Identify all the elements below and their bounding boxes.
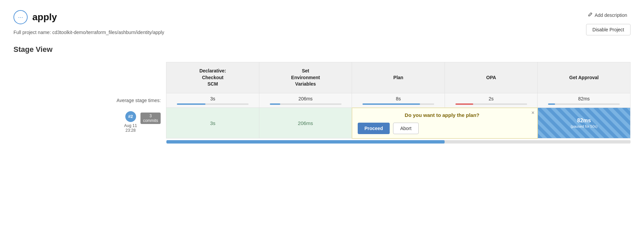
avg-plan-bar — [362, 103, 434, 105]
avg-plan-fill — [362, 103, 420, 105]
build-cell-get-approval[interactable]: 82ms (paused for 50s) — [538, 108, 631, 138]
build-cell-declarative[interactable]: 3s — [166, 108, 259, 138]
avg-set-env-value: 206ms — [298, 96, 313, 101]
pencil-icon — [588, 12, 592, 18]
popup-close-button[interactable]: × — [532, 110, 535, 116]
popup-content: × Do you want to apply the plan? Proceed… — [352, 108, 537, 138]
full-project-name: Full project name: cd3toolkit-demo/terra… — [13, 30, 631, 35]
avg-opa: 2s — [445, 93, 538, 108]
scroll-bar-empty — [13, 138, 166, 145]
average-times-row: Average stage times: 3s 206ms 8s — [13, 93, 631, 108]
header-empty-cell — [13, 62, 166, 93]
popup-actions: Proceed Abort — [358, 123, 532, 134]
stage-col-declarative: Declarative:CheckoutSCM — [166, 62, 259, 93]
avg-get-approval-bar — [548, 103, 620, 105]
build-cell-plan-popup: × Do you want to apply the plan? Proceed… — [352, 108, 538, 138]
build-declarative-value: 3s — [210, 120, 216, 126]
build-label-cell: #2 Aug 1123:28 3commits — [13, 108, 166, 138]
scroll-bar-cell[interactable] — [166, 138, 631, 145]
project-icon: ··· — [13, 10, 28, 24]
page-wrapper: Add description Disable Project ··· appl… — [0, 0, 644, 155]
scroll-bar-row — [13, 138, 631, 145]
disable-project-button[interactable]: Disable Project — [586, 24, 631, 35]
avg-declarative-value: 3s — [210, 96, 215, 101]
build-cell-set-env[interactable]: 206ms — [259, 108, 352, 138]
avg-declarative-bar — [177, 103, 249, 105]
avg-opa-bar — [455, 103, 527, 105]
top-actions: Add description Disable Project — [584, 10, 631, 35]
paused-inner: 82ms (paused for 50s) — [539, 118, 629, 128]
avg-set-env-fill — [270, 103, 281, 105]
proceed-button[interactable]: Proceed — [358, 123, 390, 134]
project-icon-label: ··· — [18, 14, 23, 21]
scroll-bar-container[interactable] — [166, 140, 631, 144]
avg-label: Average stage times: — [13, 93, 166, 108]
avg-get-approval: 82ms — [538, 93, 631, 108]
abort-button[interactable]: Abort — [393, 123, 418, 134]
avg-set-env-bar — [270, 103, 342, 105]
avg-declarative-fill — [177, 103, 205, 105]
stage-table: Declarative:CheckoutSCM SetEnvironmentVa… — [13, 62, 631, 145]
stage-col-set-env: SetEnvironmentVariables — [259, 62, 352, 93]
avg-opa-value: 2s — [489, 96, 494, 101]
avg-declarative: 3s — [166, 93, 259, 108]
avg-plan-value: 8s — [396, 96, 401, 101]
add-description-button[interactable]: Add description — [584, 10, 631, 20]
avg-opa-fill — [455, 103, 473, 105]
stage-view-title: Stage View — [13, 45, 631, 54]
paused-label: (paused for 50s) — [571, 124, 598, 128]
paused-time: 82ms — [577, 118, 591, 124]
stage-header-row: Declarative:CheckoutSCM SetEnvironmentVa… — [13, 62, 631, 93]
avg-get-approval-value: 82ms — [578, 96, 590, 101]
build-set-env-value: 206ms — [298, 120, 313, 126]
build-commits[interactable]: 3commits — [140, 113, 161, 124]
avg-get-approval-fill — [548, 103, 555, 105]
project-header: ··· apply — [13, 10, 631, 24]
stage-col-plan: Plan — [352, 62, 445, 93]
build-badge[interactable]: #2 — [125, 111, 136, 122]
add-description-label: Add description — [594, 12, 627, 18]
scroll-bar-thumb — [166, 140, 445, 144]
stage-col-get-approval: Get Approval — [538, 62, 631, 93]
project-title: apply — [32, 12, 57, 23]
stage-col-opa: OPA — [445, 62, 538, 93]
build-date: Aug 1123:28 — [124, 123, 137, 133]
build-row-2: #2 Aug 1123:28 3commits 3s 206ms — [13, 108, 631, 138]
avg-set-env: 206ms — [259, 93, 352, 108]
popup-question: Do you want to apply the plan? — [358, 112, 532, 118]
avg-plan: 8s — [352, 93, 445, 108]
